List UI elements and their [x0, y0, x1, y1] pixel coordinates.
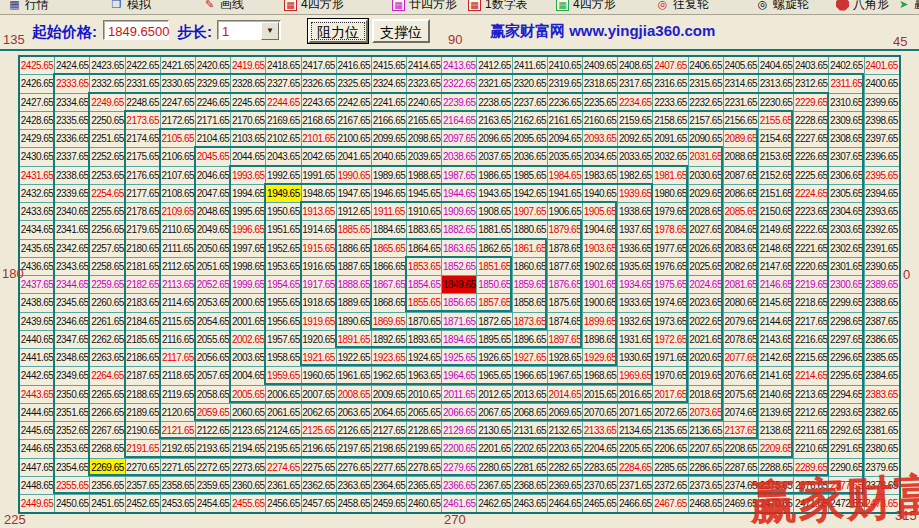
grid-cell[interactable]: 2363.65 [337, 477, 371, 494]
grid-cell[interactable]: 1919.65 [302, 313, 336, 330]
grid-cell[interactable]: 2360.65 [231, 477, 265, 494]
grid-cell[interactable]: 2242.65 [337, 94, 371, 111]
grid-cell[interactable]: 1892.65 [372, 331, 406, 348]
grid-cell[interactable]: 2097.65 [442, 130, 476, 147]
grid-cell[interactable]: 1938.65 [618, 203, 652, 220]
grid-cell[interactable]: 2399.65 [865, 94, 899, 111]
grid-cell[interactable]: 2455.65 [231, 495, 265, 512]
grid-cell[interactable]: 2291.65 [829, 440, 863, 457]
grid-cell[interactable]: 2178.65 [126, 203, 160, 220]
grid-cell[interactable]: 2131.65 [513, 422, 547, 439]
grid-cell[interactable]: 2216.65 [794, 331, 828, 348]
grid-cell[interactable]: 2223.65 [794, 203, 828, 220]
grid-cell[interactable]: 2164.65 [442, 112, 476, 129]
grid-cell[interactable]: 2197.65 [337, 440, 371, 457]
grid-cell[interactable]: 1992.65 [266, 167, 300, 184]
grid-cell[interactable]: 2165.65 [407, 112, 441, 129]
grid-cell[interactable]: 2065.65 [407, 404, 441, 421]
grid-cell[interactable]: 2412.65 [477, 57, 511, 74]
grid-cell[interactable]: 2038.65 [442, 148, 476, 165]
grid-cell[interactable]: 2257.65 [90, 240, 124, 257]
grid-cell[interactable]: 2159.65 [618, 112, 652, 129]
grid-cell[interactable]: 1997.65 [231, 240, 265, 257]
grid-cell[interactable]: 2356.65 [90, 477, 124, 494]
grid-cell[interactable]: 2236.65 [548, 94, 582, 111]
grid-cell[interactable]: 2154.65 [759, 130, 793, 147]
grid-cell[interactable]: 2136.65 [689, 422, 723, 439]
grid-cell[interactable]: 1868.65 [372, 294, 406, 311]
grid-cell[interactable]: 2116.65 [161, 331, 195, 348]
grid-cell[interactable]: 2287.65 [724, 459, 758, 476]
grid-cell[interactable]: 1941.65 [548, 185, 582, 202]
grid-cell[interactable]: 1927.65 [513, 349, 547, 366]
grid-cell[interactable]: 2302.65 [829, 240, 863, 257]
grid-cell[interactable]: 2240.65 [407, 94, 441, 111]
grid-cell[interactable]: 1851.65 [477, 258, 511, 275]
grid-cell[interactable]: 2049.65 [196, 221, 230, 238]
grid-cell[interactable]: 2021.65 [689, 331, 723, 348]
grid-cell[interactable]: 2218.65 [794, 294, 828, 311]
grid-cell[interactable]: 2430.65 [20, 148, 54, 165]
grid-cell[interactable]: 2473.65 [865, 495, 899, 512]
grid-cell[interactable]: 2345.65 [55, 294, 89, 311]
grid-cell[interactable]: 2162.65 [513, 112, 547, 129]
resistance-button[interactable]: 阻力位 [308, 19, 368, 43]
grid-cell[interactable]: 2222.65 [794, 221, 828, 238]
grid-cell[interactable]: 2230.65 [759, 94, 793, 111]
grid-cell[interactable]: 2127.65 [372, 422, 406, 439]
grid-cell[interactable]: 1897.65 [548, 331, 582, 348]
grid-cell[interactable]: 1944.65 [442, 185, 476, 202]
grid-cell[interactable]: 2171.65 [196, 112, 230, 129]
grid-cell[interactable]: 2419.65 [231, 57, 265, 74]
grid-cell[interactable]: 2471.65 [794, 495, 828, 512]
grid-cell[interactable]: 1903.65 [583, 240, 617, 257]
grid-cell[interactable]: 2101.65 [302, 130, 336, 147]
grid-cell[interactable]: 1887.65 [337, 258, 371, 275]
grid-cell[interactable]: 1990.65 [337, 167, 371, 184]
grid-cell[interactable]: 2256.65 [90, 221, 124, 238]
grid-cell[interactable]: 1895.65 [477, 331, 511, 348]
grid-cell[interactable]: 2296.65 [829, 349, 863, 366]
grid-cell[interactable]: 2113.65 [161, 276, 195, 293]
grid-cell[interactable]: 2437.65 [20, 276, 54, 293]
grid-cell[interactable]: 2032.65 [653, 148, 687, 165]
grid-cell[interactable]: 1947.65 [337, 185, 371, 202]
grid-cell[interactable]: 2465.65 [583, 495, 617, 512]
toolbar-item-4四方形[interactable]: ▦4四方形 [556, 0, 616, 14]
grid-cell[interactable]: 2199.65 [407, 440, 441, 457]
grid-cell[interactable]: 2039.65 [407, 148, 441, 165]
grid-cell[interactable]: 2284.65 [618, 459, 652, 476]
grid-cell[interactable]: 2121.65 [161, 422, 195, 439]
grid-cell[interactable]: 2381.65 [865, 422, 899, 439]
grid-cell[interactable]: 2324.65 [372, 75, 406, 92]
grid-cell[interactable]: 2372.65 [653, 477, 687, 494]
grid-cell[interactable]: 1894.65 [442, 331, 476, 348]
grid-cell[interactable]: 1930.65 [618, 349, 652, 366]
grid-cell[interactable]: 2367.65 [477, 477, 511, 494]
grid-cell[interactable]: 2023.65 [689, 294, 723, 311]
grid-cell[interactable]: 2281.65 [513, 459, 547, 476]
grid-cell[interactable]: 2137.65 [724, 422, 758, 439]
grid-cell[interactable]: 2057.65 [196, 367, 230, 384]
grid-cell[interactable]: 2149.65 [759, 221, 793, 238]
grid-cell[interactable]: 1945.65 [407, 185, 441, 202]
grid-cell[interactable]: 1860.65 [513, 258, 547, 275]
grid-cell[interactable]: 2120.65 [161, 404, 195, 421]
grid-cell[interactable]: 2245.65 [231, 94, 265, 111]
grid-cell[interactable]: 1926.65 [477, 349, 511, 366]
grid-cell[interactable]: 1968.65 [583, 367, 617, 384]
grid-cell[interactable]: 2310.65 [829, 94, 863, 111]
grid-cell[interactable]: 2448.65 [20, 477, 54, 494]
grid-cell[interactable]: 2315.65 [689, 75, 723, 92]
grid-cell[interactable]: 1899.65 [583, 313, 617, 330]
grid-cell[interactable]: 2170.65 [231, 112, 265, 129]
grid-cell[interactable]: 2204.65 [583, 440, 617, 457]
grid-cell[interactable]: 2192.65 [161, 440, 195, 457]
grid-cell[interactable]: 2454.65 [196, 495, 230, 512]
grid-cell[interactable]: 2096.65 [477, 130, 511, 147]
grid-cell[interactable]: 2062.65 [302, 404, 336, 421]
grid-cell[interactable]: 1875.65 [548, 294, 582, 311]
grid-cell[interactable]: 1878.65 [548, 240, 582, 257]
grid-cell[interactable]: 2452.65 [126, 495, 160, 512]
grid-cell[interactable]: 2118.65 [161, 367, 195, 384]
